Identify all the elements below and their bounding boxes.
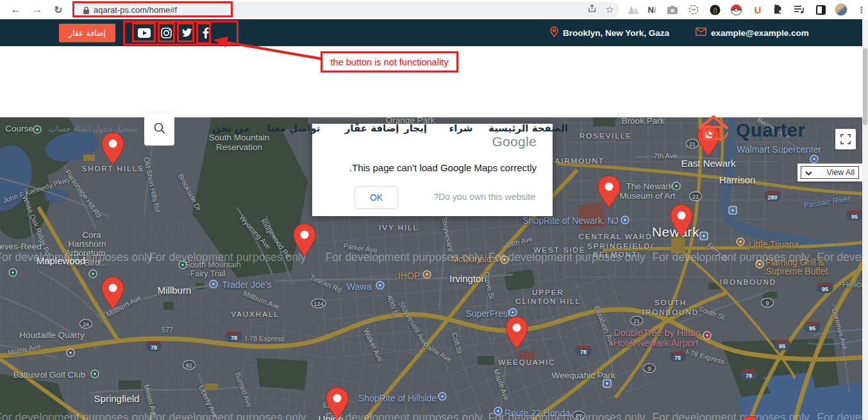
route-shield: 280	[765, 191, 781, 201]
forward-button[interactable]: →	[29, 1, 46, 18]
map-label: Brook Park	[622, 117, 665, 126]
nav-add-property[interactable]: إضافة عقّار	[345, 122, 399, 134]
map-pin[interactable]	[292, 223, 317, 259]
location-text: Brooklyn, New York, Gaza	[563, 28, 669, 38]
nav-buy[interactable]: شراء	[449, 122, 473, 134]
browser-window: ← → ↻ aqarat-ps.com/home#f ☆ NI	[0, 0, 868, 420]
signup-link[interactable]: انشاء حساب	[49, 124, 91, 133]
extension-camera-icon[interactable]	[665, 1, 680, 18]
annotation-note: the button is not functionality	[321, 51, 458, 72]
map-label: I-78 Express	[245, 335, 285, 342]
location-pin-icon	[550, 26, 558, 39]
route-shield: 24	[79, 319, 92, 329]
route-shield: 95	[805, 322, 821, 332]
nav-about[interactable]: من نحن	[212, 122, 249, 134]
route-shield: 95	[817, 283, 833, 293]
envelope-icon	[696, 28, 706, 38]
map-label: Tuscan Rd	[309, 273, 343, 294]
map-pin[interactable]	[597, 175, 621, 211]
nav-contact[interactable]: تواصل معنا	[267, 122, 321, 134]
nav-rent[interactable]: إيجار	[404, 122, 427, 134]
email-text: example@example.com	[711, 28, 809, 38]
google-map[interactable]: CourseSHORT HILLSSouth MountainReservati…	[0, 117, 862, 420]
extension-playlist-icon[interactable]	[792, 1, 807, 18]
extensions-puzzle-icon[interactable]	[771, 1, 786, 18]
svg-text:(): ()	[713, 7, 717, 13]
map-pin[interactable]	[101, 276, 125, 312]
maroon-poi-icon	[703, 332, 712, 340]
gray-poi-icon	[67, 349, 75, 357]
map-label: Walker Ave	[362, 328, 384, 363]
map-label: Burnett Ave	[234, 371, 254, 408]
map-label: Hotel Newark Airport	[613, 338, 699, 348]
view-all-label: View All	[826, 168, 855, 177]
map-watermark: For development purposes only	[488, 251, 645, 264]
map-label: Maple Ave	[492, 368, 511, 401]
map-label: IHOP	[398, 271, 420, 281]
map-label: 7th Ave	[654, 152, 678, 160]
share-icon[interactable]	[587, 4, 597, 16]
route-shield: 124	[311, 299, 326, 308]
route-shield: 78	[146, 341, 162, 351]
extension-pokeball-icon[interactable]	[728, 1, 744, 18]
map-label: 18th Ave	[505, 235, 533, 249]
map-label: VAUXHALL	[231, 310, 279, 318]
map-label: Little Tijuana	[749, 239, 799, 249]
map-pin[interactable]	[325, 387, 349, 420]
map-label: Paine Ave	[422, 340, 453, 363]
map-label: IRONBOUND	[642, 308, 699, 316]
map-label: Brookside Dr	[177, 172, 203, 212]
map-label: Museum of Art	[619, 191, 675, 201]
map-watermark: For development purposes only	[817, 251, 862, 264]
owner-link[interactable]: ?Do you own this website	[433, 192, 535, 202]
blue-poi-icon	[621, 216, 630, 224]
blue-poi-icon	[810, 155, 819, 164]
reload-button[interactable]: ↻	[50, 1, 67, 18]
maps-error-dialog: Google .This page can't load Google Maps…	[312, 124, 553, 216]
map-label: ShopRite of Hillside	[358, 393, 437, 403]
annotation-box-twitter	[177, 22, 194, 42]
route-shield: 78	[670, 351, 686, 362]
bookmark-star-icon[interactable]: ☆	[606, 4, 614, 15]
map-label: ROSEVILLE	[580, 132, 632, 140]
map-watermark: For development purposes only	[488, 411, 645, 420]
login-link[interactable]: تسجيل دخول	[94, 124, 138, 133]
map-label: John F Kennedy Pkwy	[2, 175, 71, 204]
search-button[interactable]	[144, 113, 174, 146]
extension-dark-circle-icon[interactable]: ()	[707, 1, 722, 18]
map-label: South St	[697, 305, 726, 321]
blue-poi-icon	[438, 392, 447, 401]
map-pin[interactable]	[738, 416, 762, 420]
ok-button[interactable]: OK	[355, 186, 398, 209]
browser-menu-icon[interactable]: ⋮	[854, 1, 868, 18]
google-logo: Google	[492, 134, 537, 149]
extension-mountain-icon[interactable]	[626, 1, 641, 18]
map-label: Reservation	[216, 142, 262, 152]
map-pin[interactable]	[101, 132, 125, 168]
add-property-button[interactable]: إضافة عقار	[59, 24, 115, 42]
map-label: Colt St	[451, 332, 463, 355]
back-button[interactable]: ←	[8, 1, 24, 18]
extension-notion-icon[interactable]: NI	[644, 1, 660, 18]
map-watermark: For development purposes only	[325, 251, 482, 264]
chevron-down-icon	[805, 167, 812, 178]
route-shield: 21	[630, 316, 643, 326]
green-poi-icon	[672, 182, 681, 190]
map-pin[interactable]	[669, 204, 694, 240]
extension-dashed-circle-icon[interactable]	[686, 1, 701, 18]
profile-avatar[interactable]	[833, 1, 849, 18]
fullscreen-button[interactable]	[835, 129, 856, 149]
map-pin[interactable]	[505, 316, 529, 352]
green-poi-icon	[33, 126, 42, 134]
extension-sidebar-icon[interactable]	[813, 1, 828, 18]
train-poi-icon	[729, 206, 737, 215]
map-label: ShopRite of Newark, NJ	[522, 215, 618, 226]
nav-home[interactable]: الصفحة الرئيسية	[488, 122, 568, 134]
view-all-dropdown[interactable]: View All	[797, 164, 862, 181]
extension-u-icon[interactable]: U	[750, 1, 765, 18]
scrollbar[interactable]	[862, 19, 868, 420]
map-label: eves-Reed	[0, 242, 42, 251]
scrollbar-thumb[interactable]	[863, 48, 867, 125]
site-logo[interactable]: Quarter	[697, 114, 805, 146]
map-label: -Fairy Trail	[187, 269, 225, 278]
